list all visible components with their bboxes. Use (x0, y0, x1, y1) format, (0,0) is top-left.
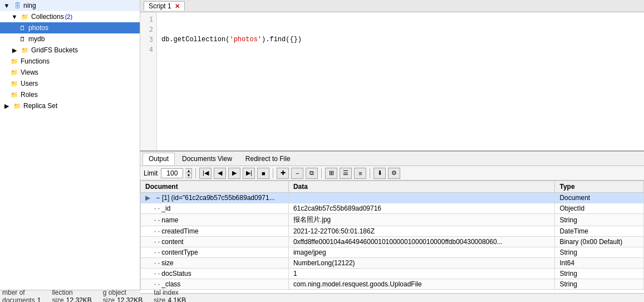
result-table: Document Data Type ▶ − [1] (id="61c2ca9b… (140, 181, 644, 290)
btn-remove-row[interactable]: − (291, 168, 303, 179)
cell-type: String (555, 247, 644, 258)
expand-icon: ▶ (2, 101, 11, 110)
tree-node-replicaset[interactable]: ▶ 📁 Replica Set (0, 100, 140, 111)
script-tab-1[interactable]: Script 1 ✕ (144, 1, 185, 11)
tree-node-root[interactable]: ▼ 🗄 ning (0, 0, 140, 11)
photos-label: photos (28, 24, 48, 32)
sep-4 (370, 168, 370, 178)
folder-icon: 📁 (21, 12, 30, 21)
users-label: Users (21, 80, 38, 87)
folder-icon: 📁 (10, 90, 19, 99)
cell-data: NumberLong(12122) (288, 258, 555, 269)
code-line-4 (161, 45, 640, 55)
btn-stop[interactable]: ■ (257, 168, 269, 179)
cell-type: String (555, 279, 644, 290)
cell-type: String (555, 269, 644, 279)
script-tab-label: Script 1 (149, 2, 171, 10)
collections-badge: (2) (65, 13, 72, 20)
limit-spin-up[interactable]: ▲ (185, 169, 191, 174)
btn-last[interactable]: ▶| (243, 168, 255, 179)
mydb-label: mydb (28, 35, 45, 43)
sidebar: ▼ 🗄 ning ▼ 📁 Collections (2) 🗒 photos 🗒 … (0, 0, 140, 302)
code-find: ).find({}) (262, 36, 302, 43)
cell-data: 0xffd8ffe000104a464946000101000001000010… (288, 237, 555, 247)
sep-3 (321, 168, 322, 178)
editor-content[interactable]: db.getCollection('photos').find({}) (157, 12, 644, 150)
tab-output[interactable]: Output (142, 153, 175, 165)
horizontal-scrollbar[interactable] (140, 293, 644, 302)
tree-node-roles[interactable]: 📁 Roles (0, 89, 140, 100)
script-close-button[interactable]: ✕ (175, 3, 180, 10)
tab-redirect-to-file[interactable]: Redirect to File (239, 153, 297, 165)
status-collection-size: llection size12.32KB (52, 289, 91, 303)
cell-document: ▶ − [1] (id="61c2ca9b57c55b689ad0971... (141, 193, 289, 203)
cell-data: com.ning.model.resquest.goods.UploadFile (288, 279, 555, 290)
table-row[interactable]: · · content 0xffd8ffe000104a464946000101… (141, 237, 644, 247)
col-header-document: Document (141, 181, 289, 193)
table-row[interactable]: · · createdTime 2021-12-22T06:50:01.186Z… (141, 226, 644, 237)
limit-spin-down[interactable]: ▼ (185, 173, 191, 178)
cell-data: 报名照片.jpg (288, 214, 555, 226)
result-table-container[interactable]: Document Data Type ▶ − [1] (id="61c2ca9b… (140, 181, 644, 293)
roles-label: Roles (21, 91, 38, 99)
expand-icon: ▼ (2, 1, 11, 10)
table-row[interactable]: · · contentType image/jpeg String (141, 247, 644, 258)
row-doc-label: [1] (id="61c2ca9b57c55b689ad0971... (162, 194, 275, 202)
expand-icon: ▶ (10, 46, 19, 55)
folder-icon: 📁 (13, 101, 22, 110)
status-num-docs: mber of documents1 (2, 289, 41, 303)
root-label: ning (23, 2, 36, 9)
code-arg: 'photos' (229, 36, 262, 43)
database-icon: 🗄 (13, 1, 22, 10)
row-indicator: − (156, 194, 160, 202)
cell-type: DateTime (555, 226, 644, 237)
folder-icon: 📁 (10, 68, 19, 77)
script-editor[interactable]: 1 2 3 4 db.getCollection('photos').find(… (140, 12, 644, 152)
cell-document: · · content (141, 237, 289, 247)
table-row[interactable]: · · size NumberLong(12122) Int64 (141, 258, 644, 269)
tree-node-functions[interactable]: 📁 Functions (0, 56, 140, 67)
table-body: ▶ − [1] (id="61c2ca9b57c55b689ad0971... … (141, 193, 644, 290)
tree-node-mydb[interactable]: 🗒 mydb (0, 33, 140, 45)
btn-add-row[interactable]: ✚ (277, 168, 289, 179)
cell-document: · · contentType (141, 247, 289, 258)
btn-next[interactable]: ▶ (228, 168, 240, 179)
table-row[interactable]: · · _id 61c2ca9b57c55b689ad09716 ObjectI… (141, 203, 644, 214)
tree-node-collections[interactable]: ▼ 📁 Collections (2) (0, 11, 140, 22)
row-expander[interactable]: ▶ (145, 194, 154, 202)
tree-node-gridfs[interactable]: ▶ 📁 GridFS Buckets (0, 45, 140, 56)
status-avg-obj-size: g object size12.32KB (103, 289, 140, 303)
code-line-1 (161, 14, 640, 25)
line-numbers: 1 2 3 4 (140, 12, 157, 150)
btn-settings[interactable]: ⚙ (388, 168, 400, 179)
main-panel: Script 1 ✕ 1 2 3 4 db.getCollection('pho… (140, 0, 644, 302)
tree-node-views[interactable]: 📁 Views (0, 67, 140, 78)
cell-data (288, 193, 555, 203)
table-row[interactable]: · · name 报名照片.jpg String (141, 214, 644, 226)
status-bar: mber of documents1 llection size12.32KB … (0, 290, 140, 302)
table-row[interactable]: ▶ − [1] (id="61c2ca9b57c55b689ad0971... … (141, 193, 644, 203)
table-row[interactable]: · · _class com.ning.model.resquest.goods… (141, 279, 644, 290)
btn-first[interactable]: |◀ (199, 168, 212, 179)
collection-icon: 🗒 (18, 35, 27, 43)
btn-export[interactable]: ⬇ (373, 168, 386, 179)
gridfs-label: GridFS Buckets (31, 46, 78, 54)
code-getcollection: getCollection( (174, 36, 230, 43)
col-header-data: Data (288, 181, 555, 193)
btn-tree-view[interactable]: ☰ (340, 168, 352, 179)
cell-data: 61c2ca9b57c55b689ad09716 (288, 203, 555, 214)
cell-type: Document (555, 193, 644, 203)
script-tab-bar: Script 1 ✕ (140, 0, 644, 12)
limit-input[interactable] (161, 168, 183, 178)
btn-prev[interactable]: ◀ (214, 168, 226, 179)
tree-node-photos[interactable]: 🗒 photos (0, 22, 140, 33)
tab-documents-view[interactable]: Documents View (176, 153, 238, 165)
bottom-section: Output Documents View Redirect to File L… (140, 152, 644, 302)
code-line-2 (161, 25, 640, 35)
tree-node-users[interactable]: 📁 Users (0, 78, 140, 89)
collection-icon: 🗒 (18, 23, 27, 32)
btn-copy-row[interactable]: ⧉ (306, 168, 318, 179)
btn-text-view[interactable]: ≡ (354, 168, 366, 179)
btn-table-view[interactable]: ⊞ (325, 168, 337, 179)
table-row[interactable]: · · docStatus 1 String (141, 269, 644, 279)
